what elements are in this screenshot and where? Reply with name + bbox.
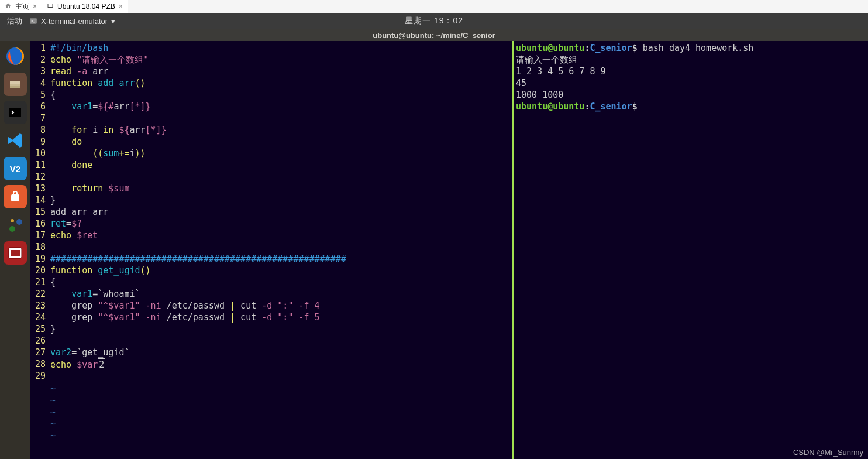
files-icon[interactable] (4, 73, 27, 96)
close-icon[interactable]: × (33, 2, 37, 11)
code-area[interactable]: #!/bin/bash echo "请输入一个数组" read -a arr f… (50, 42, 512, 441)
tab-home[interactable]: 主页 × (0, 0, 42, 13)
dock: V2 (0, 41, 30, 459)
vpn-icon[interactable]: V2 (4, 157, 27, 180)
svg-rect-1 (49, 4, 53, 7)
terminal-content: 1 2 3 4 5 6 7 8 9 10 11 12 13 14 15 16 1… (30, 41, 868, 459)
vm-icon (47, 2, 54, 11)
svg-rect-13 (11, 250, 20, 256)
svg-rect-5 (10, 84, 20, 86)
svg-rect-6 (10, 86, 20, 88)
svg-point-10 (16, 219, 22, 225)
tab-ubuntu[interactable]: Ubuntu 18.04 PZB × (42, 0, 128, 13)
shell-pane[interactable]: ubuntu@ubuntu:C_senior$ bash day4_homewo… (514, 41, 868, 459)
svg-point-9 (9, 226, 15, 232)
svg-point-11 (11, 219, 14, 222)
clock[interactable]: 星期一 19：02 (405, 16, 463, 26)
software-icon[interactable] (4, 185, 27, 208)
svg-rect-2 (30, 18, 37, 23)
close-icon[interactable]: × (119, 2, 123, 11)
svg-rect-7 (9, 108, 21, 117)
svg-rect-8 (11, 194, 19, 201)
svg-rect-4 (10, 81, 20, 84)
app-menu-label: X-terminal-emulator (41, 17, 108, 26)
screenshot-icon[interactable] (4, 241, 27, 265)
watermark: CSDN @Mr_Sunnny (793, 448, 863, 457)
terminal-icon[interactable] (4, 101, 27, 124)
app-menu[interactable]: X-terminal-emulator ▾ (29, 17, 115, 26)
line-gutter: 1 2 3 4 5 6 7 8 9 10 11 12 13 14 15 16 1… (30, 42, 50, 441)
network-icon[interactable] (4, 213, 27, 237)
ubuntu-top-panel: 活动 X-terminal-emulator ▾ 星期一 19：02 (0, 13, 868, 29)
desktop-area: V2 1 2 3 4 5 6 7 8 9 10 11 12 13 14 15 1… (0, 41, 868, 459)
tab-ubuntu-label: Ubuntu 18.04 PZB (57, 2, 115, 11)
activities-button[interactable]: 活动 (7, 16, 22, 26)
firefox-icon[interactable] (4, 44, 27, 68)
chevron-down-icon: ▾ (111, 17, 115, 26)
terminal-icon (29, 17, 37, 25)
shell-output: ubuntu@ubuntu:C_senior$ bash day4_homewo… (514, 41, 868, 114)
home-icon (5, 2, 12, 11)
vscode-icon[interactable] (4, 129, 27, 152)
window-title: ubuntu@ubuntu: ~/mine/C_senior (0, 29, 868, 41)
tab-home-label: 主页 (15, 2, 29, 12)
browser-tabbar: 主页 × Ubuntu 18.04 PZB × (0, 0, 868, 13)
vim-pane[interactable]: 1 2 3 4 5 6 7 8 9 10 11 12 13 14 15 16 1… (30, 41, 514, 459)
